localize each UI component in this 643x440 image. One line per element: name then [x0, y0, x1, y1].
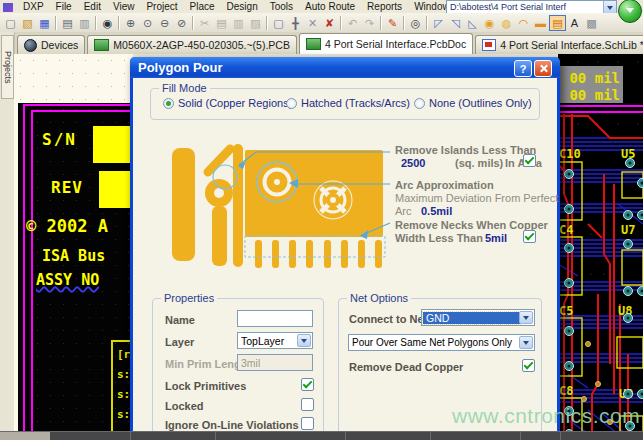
pcb-board-left[interactable]: S/N REV © 2002 A ISA Bus ASSY NO [r s: s… [18, 103, 133, 440]
chevron-down-icon[interactable] [603, 1, 616, 13]
menu-project[interactable]: Project [140, 1, 183, 13]
bottom-edge-band [0, 431, 643, 440]
dialog-title-bar[interactable]: Polygon Pour [130, 57, 560, 78]
place-string-icon[interactable]: A [566, 15, 583, 31]
ref-des-c10: C10 [559, 147, 581, 161]
clear-filter-icon[interactable]: ✘ [321, 15, 338, 31]
menu-design[interactable]: Design [221, 1, 264, 13]
polygon-pour-icon[interactable]: ▤ [549, 15, 566, 31]
move-icon[interactable]: ╋ [287, 15, 304, 31]
place-pad-icon[interactable]: ◉ [481, 15, 498, 31]
pcb-editor-left[interactable]: S/N REV © 2002 A ISA Bus ASSY NO [r s: s… [14, 54, 133, 440]
islands-area-value[interactable]: 2500 [401, 157, 425, 169]
radio-icon[interactable] [163, 98, 174, 109]
print-icon[interactable]: ▤ [59, 15, 76, 31]
bottom-divider [520, 432, 521, 440]
lock-primitives-label: Lock Primitives [165, 380, 246, 392]
find-icon[interactable]: ◎ [407, 15, 424, 31]
measurement-line: 00 mil [569, 87, 620, 103]
menu-place[interactable]: Place [184, 1, 221, 13]
connect-to-net-select[interactable]: GND [421, 309, 535, 326]
tab-schlib[interactable]: 4 Port Serial Interface.SchLib * [475, 35, 643, 54]
projects-panel-tab[interactable]: Projects [1, 35, 14, 99]
menu-reports[interactable]: Reports [361, 1, 408, 13]
remove-dead-copper-checkbox[interactable] [522, 359, 535, 372]
print-preview-icon[interactable]: ▥ [76, 15, 93, 31]
new-document-icon[interactable]: ▢ [2, 15, 19, 31]
menu-edit[interactable]: Edit [78, 1, 107, 13]
menu-auto-route[interactable]: Auto Route [299, 1, 361, 13]
layers-icon[interactable]: ◉ [99, 15, 116, 31]
close-button[interactable] [534, 60, 552, 77]
pour-over-select[interactable]: Pour Over Same Net Polygons Only [348, 334, 535, 351]
dxp-sphere-icon[interactable] [618, 0, 642, 23]
route-multi-icon[interactable]: ◹ [447, 15, 464, 31]
menu-file[interactable]: File [50, 1, 78, 13]
tab-devices[interactable]: Devices [17, 35, 85, 54]
silkscreen-copyright: © 2002 A [26, 216, 108, 236]
radio-icon[interactable] [414, 98, 425, 109]
pcb-doc-icon [94, 39, 109, 51]
place-fill-icon[interactable]: ▬ [532, 15, 549, 31]
pcb-canvas[interactable]: C10 U5 C4 U7 C5 U8 C8 U9 [558, 54, 643, 440]
main-toolbar: ▢ ▧ ▦ ▤ ▥ ◉ ⊕ ⊙ ⊖ ⊘ ✂ ▤ ▥ ▨ ▢ ╋ ✕ ✘ ↶ ↷ … [0, 13, 643, 33]
radio-none[interactable]: None (Outlines Only) [414, 97, 532, 109]
chevron-down-icon[interactable] [297, 334, 311, 347]
tab-label: M0560X-2AGP-450-020305.~(5).PCB [113, 39, 290, 51]
menu-tools[interactable]: Tools [264, 1, 299, 13]
menu-dxp[interactable]: DXP [17, 1, 50, 13]
chevron-down-icon[interactable] [519, 336, 533, 349]
tab-pcbdoc-active[interactable]: 4 Port Serial Interface.PcbDoc [299, 33, 473, 54]
zoom-out-icon[interactable]: ⊖ [156, 15, 173, 31]
bottom-divider [345, 432, 346, 440]
silkscreen-isa: ISA Bus [42, 247, 105, 265]
copy-icon[interactable]: ▤ [213, 15, 230, 31]
lock-primitives-checkbox[interactable] [301, 378, 314, 391]
undo-icon[interactable]: ↶ [344, 15, 361, 31]
tab-pcb-file[interactable]: M0560X-2AGP-450-020305.~(5).PCB [87, 35, 297, 54]
interactive-wiring-icon[interactable]: ✎ [384, 15, 401, 31]
remove-islands-checkbox[interactable] [523, 154, 536, 167]
arc-deviation-value[interactable]: 0.5mil [421, 205, 452, 217]
save-icon[interactable]: ▦ [36, 15, 53, 31]
open-icon[interactable]: ▧ [19, 15, 36, 31]
place-arc-icon[interactable]: ◠ [515, 15, 532, 31]
arc-prefix-label: Arc [395, 205, 412, 217]
devices-icon [24, 39, 37, 52]
chevron-down-icon[interactable] [519, 311, 533, 324]
paste-array-icon[interactable]: ▨ [247, 15, 264, 31]
place-component-icon[interactable]: ▩ [583, 15, 600, 31]
pcb-editor-right[interactable]: C10 U5 C4 U7 C5 U8 C8 U9 [558, 54, 643, 440]
properties-group: Properties Name Layer TopLayer Min Prim … [152, 298, 324, 440]
ref-des-u7: U7 [621, 223, 635, 237]
document-path-combo[interactable]: D:\abotest\4 Port Serial Interf [446, 0, 617, 14]
cut-icon[interactable]: ✂ [196, 15, 213, 31]
layer-select[interactable]: TopLayer [237, 332, 313, 349]
remove-necks-checkbox[interactable] [523, 230, 536, 243]
select-area-icon[interactable]: ▢ [270, 15, 287, 31]
radio-label: Solid (Copper Regions) [178, 97, 292, 109]
ignore-violations-checkbox[interactable] [301, 417, 314, 430]
paste-icon[interactable]: ▥ [230, 15, 247, 31]
deselect-icon[interactable]: ✕ [304, 15, 321, 31]
layer-value: TopLayer [241, 335, 284, 347]
place-via-icon[interactable]: ◍ [498, 15, 515, 31]
radio-solid[interactable]: Solid (Copper Regions) [163, 97, 292, 109]
necks-width-value[interactable]: 5mil [485, 232, 507, 244]
silkscreen-sn-box [93, 126, 133, 163]
zoom-document-icon[interactable]: ⊕ [122, 15, 139, 31]
menu-view[interactable]: View [107, 1, 141, 13]
zoom-selection-icon[interactable]: ⊘ [173, 15, 190, 31]
ref-des-c4: C4 [559, 223, 573, 237]
redo-icon[interactable]: ↷ [361, 15, 378, 31]
zoom-area-icon[interactable]: ⊙ [139, 15, 156, 31]
locked-checkbox[interactable] [301, 398, 314, 411]
help-button[interactable]: ? [514, 60, 532, 77]
radio-hatched[interactable]: Hatched (Tracks/Arcs) [286, 97, 410, 109]
route-diff-icon[interactable]: ◺ [464, 15, 481, 31]
board-outline-line [23, 104, 133, 106]
left-panel-strip: Projects [0, 32, 15, 440]
radio-icon[interactable] [286, 98, 297, 109]
name-input[interactable] [237, 310, 313, 327]
route-track-icon[interactable]: ◸ [430, 15, 447, 31]
